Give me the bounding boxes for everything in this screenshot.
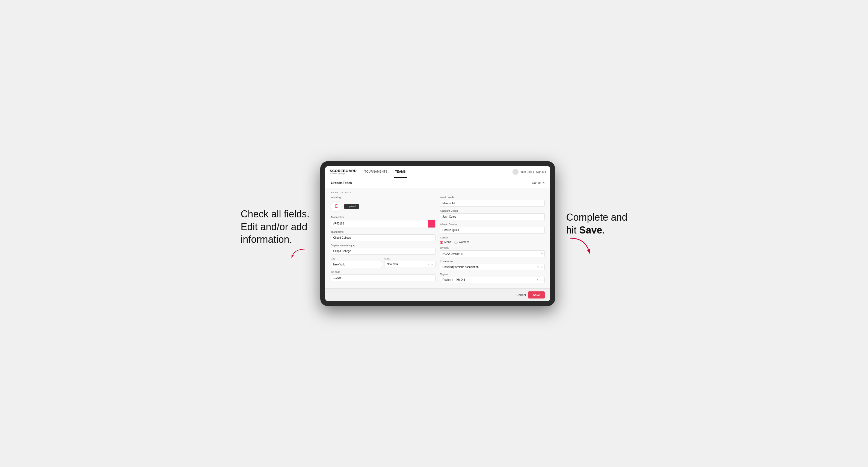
zip-field: Zip code (331, 271, 435, 281)
assistant-coach-field: Assistant Coach (440, 210, 545, 220)
form-left: Team logo C Upload Team colour (331, 196, 435, 283)
division-label: Division (440, 247, 545, 249)
city-state-row: City State New York ✕ ⌄ (331, 257, 435, 268)
team-colour-field: Team colour (331, 216, 435, 228)
nav-links: TOURNAMENTS TEAMS (363, 166, 513, 178)
colour-swatch[interactable] (428, 220, 435, 228)
gender-radio-group: Mens Womens (440, 241, 545, 244)
conference-select[interactable]: University Athletic Association ✕ ⌄ (440, 264, 545, 270)
form-grid: Team logo C Upload Team colour (331, 196, 545, 283)
region-select[interactable]: Region II - (M) DIII ✕ ⌄ (440, 277, 545, 283)
region-select-actions: ✕ ⌄ (536, 278, 542, 281)
display-name-input[interactable] (331, 248, 435, 254)
section-label: TEAM DETAILS (331, 188, 545, 196)
conference-clear-icon[interactable]: ✕ (536, 266, 539, 269)
team-logo-label: Team logo (331, 196, 435, 199)
team-name-label: Team name (331, 230, 435, 233)
colour-field-wrapper (331, 220, 435, 228)
colour-input[interactable] (331, 220, 428, 227)
mens-radio-dot[interactable] (440, 241, 443, 244)
region-chevron-icon: ⌄ (540, 279, 542, 281)
region-clear-icon[interactable]: ✕ (536, 278, 539, 281)
conference-field: Conference University Athletic Associati… (440, 260, 545, 270)
brand-title: SCOREBOARD (330, 169, 356, 173)
header-cancel-button[interactable]: Cancel ✕ (532, 181, 545, 185)
conference-chevron-icon: ⌄ (540, 266, 542, 268)
form-container: TEAM DETAILS Team logo C Upload (325, 188, 550, 288)
close-icon: ✕ (542, 181, 545, 185)
state-chevron-icon: ⌄ (431, 263, 433, 266)
state-value: New York (386, 263, 398, 266)
left-arrow-icon (287, 248, 309, 259)
page-header: Create Team Cancel ✕ (325, 178, 550, 188)
logo-circle: C (331, 201, 342, 212)
division-select[interactable]: NCAA Division III (440, 250, 545, 257)
womens-label: Womens (459, 241, 469, 244)
assistant-coach-label: Assistant Coach (440, 210, 545, 212)
team-name-input[interactable] (331, 234, 435, 241)
left-annotation-text: Check all fields. Edit and/or add inform… (241, 208, 309, 246)
team-name-field: Team name (331, 230, 435, 241)
footer-save-button[interactable]: Save (528, 291, 545, 299)
team-logo-field: Team logo C Upload (331, 196, 435, 213)
brand-sub: Powered by clippd (330, 173, 356, 175)
region-field: Region Region II - (M) DIII ✕ ⌄ (440, 273, 545, 283)
conference-label: Conference (440, 260, 545, 263)
form-right: Head Coach Assistant Coach Athletic Dire… (440, 196, 545, 283)
state-field: State New York ✕ ⌄ (384, 257, 435, 268)
state-clear-icon[interactable]: ✕ (427, 263, 430, 266)
right-annotation-text: Complete and hit Save. (566, 211, 627, 237)
user-label: Test User | (521, 170, 534, 174)
athletic-director-input[interactable] (440, 227, 545, 234)
head-coach-input[interactable] (440, 200, 545, 207)
gender-mens-option[interactable]: Mens (440, 241, 451, 244)
brand: SCOREBOARD Powered by clippd (330, 169, 356, 175)
gender-womens-option[interactable]: Womens (454, 241, 469, 244)
assistant-coach-input[interactable] (440, 213, 545, 220)
left-annotation: Check all fields. Edit and/or add inform… (241, 208, 309, 259)
right-arrow-icon (566, 237, 593, 256)
logo-area: C Upload (331, 201, 435, 212)
city-label: City (331, 257, 382, 260)
upload-button[interactable]: Upload (344, 204, 359, 209)
page-title: Create Team (331, 181, 352, 185)
region-value: Region II - (M) DIII (442, 278, 465, 281)
display-name-field: Display name (unique) (331, 244, 435, 254)
region-label: Region (440, 273, 545, 276)
mens-label: Mens (444, 241, 451, 244)
womens-radio-dot[interactable] (454, 241, 458, 244)
form-footer: Cancel Save (325, 288, 550, 301)
nav-teams[interactable]: TEAMS (394, 166, 407, 178)
footer-cancel-button[interactable]: Cancel (517, 293, 526, 297)
city-field: City (331, 257, 382, 268)
zip-input[interactable] (331, 275, 435, 281)
sign-out-link[interactable]: Sign out (536, 170, 546, 174)
right-annotation: Complete and hit Save. (566, 211, 627, 256)
navbar: SCOREBOARD Powered by clippd TOURNAMENTS… (325, 166, 550, 178)
team-colour-label: Team colour (331, 216, 435, 218)
athletic-director-field: Athletic Director (440, 223, 545, 234)
city-input[interactable] (331, 261, 382, 268)
zip-label: Zip code (331, 271, 435, 273)
division-field: Division NCAA Division III ▾ (440, 247, 545, 257)
tablet-screen: SCOREBOARD Powered by clippd TOURNAMENTS… (325, 166, 550, 301)
head-coach-field: Head Coach (440, 196, 545, 207)
gender-label: Gender (440, 236, 545, 239)
tablet-frame: SCOREBOARD Powered by clippd TOURNAMENTS… (320, 161, 555, 306)
conference-value: University Athletic Association (442, 266, 478, 269)
nav-tournaments[interactable]: TOURNAMENTS (363, 166, 389, 178)
user-avatar (513, 169, 519, 175)
gender-field: Gender Mens Womens (440, 236, 545, 244)
state-label: State (384, 257, 435, 260)
nav-right: Test User | Sign out (513, 169, 546, 175)
conference-select-actions: ✕ ⌄ (536, 266, 542, 269)
head-coach-label: Head Coach (440, 196, 545, 199)
state-select[interactable]: New York ✕ ⌄ (384, 261, 435, 268)
athletic-director-label: Athletic Director (440, 223, 545, 225)
state-select-actions: ✕ ⌄ (427, 263, 433, 266)
display-name-label: Display name (unique) (331, 244, 435, 247)
division-select-wrapper: NCAA Division III ▾ (440, 250, 545, 257)
